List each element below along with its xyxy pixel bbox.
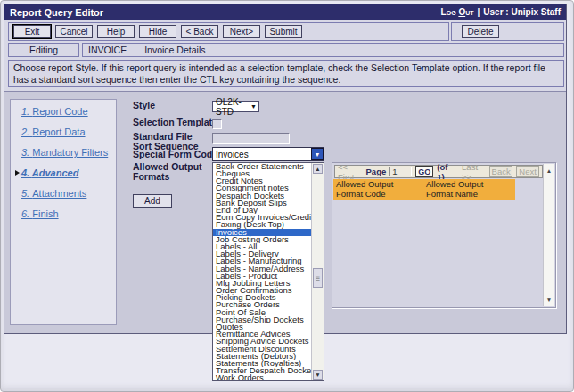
sidebar-link-report-data[interactable]: 2. Report Data [21, 127, 86, 137]
special-form-code-combobox[interactable]: Invoices ▼ [212, 147, 324, 161]
titlebar-separator: | [478, 7, 480, 17]
record-code: INVOICE [88, 45, 127, 55]
sidebar-link-report-code[interactable]: 1. Report Code [21, 106, 88, 117]
toolbar-button-exit[interactable]: Exit [13, 25, 51, 38]
option-end-of-day[interactable]: End of Day [213, 207, 311, 214]
option-statements-royalties[interactable]: Statements (Royalties) [213, 360, 311, 367]
titlebar: Report Query Editor Log Out | User : Uni… [4, 4, 566, 20]
sidebar-item-finish[interactable]: 6. Finish [12, 208, 116, 220]
sidebar-link-finish[interactable]: 6. Finish [21, 208, 59, 219]
option-labels-product[interactable]: Labels - Product [213, 273, 311, 280]
option-picking-dockets[interactable]: Picking Dockets [213, 294, 311, 301]
style-select[interactable]: OL2K-STD ▼ [212, 101, 259, 112]
toolbar-button-help[interactable]: Help [97, 25, 135, 38]
logout-link[interactable]: Log Out [441, 7, 474, 17]
page-title: Report Query Editor [10, 7, 103, 18]
option-remittance-advices[interactable]: Remittance Advices [213, 331, 311, 338]
step-number: 1. [21, 106, 32, 117]
option-purchase-orders[interactable]: Purchase Orders [213, 302, 311, 309]
selection-template-checkbox[interactable] [212, 119, 222, 129]
step-label: Attachments [32, 188, 86, 199]
option-labels-manufacturing[interactable]: Labels - Manufacturing [213, 257, 311, 265]
step-label: Report Data [32, 127, 85, 137]
chevron-down-icon: ▼ [250, 103, 257, 110]
sidebar-link-advanced[interactable]: 4. Advanced [21, 167, 78, 178]
logout-accesskey: O [458, 7, 465, 17]
scroll-down-icon[interactable]: ▼ [544, 295, 554, 305]
dropdown-scroll-up-icon[interactable]: ▲ [313, 164, 323, 174]
sort-sequence-input[interactable] [212, 133, 290, 144]
titlebar-right: Log Out | User : Unipix Staff [441, 7, 561, 17]
combobox-dropdown-button[interactable]: ▼ [311, 148, 324, 160]
special-form-code-options: Back Order StatementsChequesCredit Notes… [213, 163, 311, 380]
option-labels-name-address[interactable]: Labels - Name/Address [213, 265, 311, 273]
dropdown-scroll-down-icon[interactable]: ▼ [313, 370, 323, 380]
toolbar-button-hide[interactable]: Hide [139, 25, 176, 38]
grid-header-row: Allowed Output Format Code Allowed Outpu… [333, 179, 515, 200]
option-bank-deposit-slips[interactable]: Bank Deposit Slips [213, 200, 311, 207]
step-number: 3. [21, 147, 32, 158]
option-point-of-sale[interactable]: Point Of Sale [213, 309, 311, 316]
option-statements-debtors[interactable]: Statements (Debtors) [213, 353, 311, 360]
delete-button[interactable]: Delete [462, 25, 499, 38]
sidebar-link-attachments[interactable]: 5. Attachments [21, 188, 86, 199]
logout-text-suffix: ut [465, 7, 473, 17]
sidebar-link-mandatory-filters[interactable]: 3. Mandatory Filters [21, 147, 108, 158]
record-info: INVOICE Invoice Details [82, 43, 564, 57]
wizard-steps: 1. Report Code2. Report Data3. Mandatory… [10, 99, 117, 325]
option-shipping-advice-dockets[interactable]: Shipping Advice Dockets [213, 339, 311, 346]
option-transfer-despatch-dockets[interactable]: Transfer Despatch Dockets [213, 367, 311, 374]
toolbar-button-next[interactable]: Next> [223, 25, 260, 38]
grid-pagination: << First Page GO (of 1) Last >> Back Nex… [334, 165, 543, 178]
grid-scrollbar[interactable]: ▲ ▼ [543, 164, 554, 306]
option-despatch-dockets[interactable]: Despatch Dockets [213, 192, 311, 200]
go-button[interactable]: GO [415, 166, 433, 177]
toolbar-button-submit[interactable]: Submit [265, 25, 302, 38]
special-form-code-label: Special Form Code [133, 150, 217, 159]
sidebar-item-report-data[interactable]: 2. Report Data [12, 126, 116, 138]
step-label: Advanced [32, 167, 79, 178]
sidebar-item-advanced[interactable]: 4. Advanced [12, 167, 116, 179]
toolbar-button-back[interactable]: < Back [181, 25, 218, 38]
option-quotes[interactable]: Quotes [213, 323, 311, 331]
add-button[interactable]: Add [133, 194, 172, 208]
option-eom-copy-invoices-credits[interactable]: Eom Copy Invoices/Credits [213, 214, 311, 221]
current-step-arrow-icon [12, 170, 21, 176]
sidebar-item-mandatory-filters[interactable]: 3. Mandatory Filters [12, 146, 116, 159]
step-number: 6. [21, 208, 32, 219]
toolbar: ExitCancelHelpHide< BackNext>Submit [8, 22, 449, 41]
option-purchase-ship-dockets[interactable]: Purchase/Ship Dockets [213, 316, 311, 323]
option-mfg-jobbing-letters[interactable]: Mfg Jobbing Letters [213, 280, 311, 287]
option-work-orders[interactable]: Work Orders [213, 374, 311, 380]
option-back-order-statements[interactable]: Back Order Statements [213, 163, 311, 170]
option-labels-all[interactable]: Labels - All [213, 243, 311, 250]
step-number: 5. [21, 188, 32, 199]
option-invoices[interactable]: Invoices [213, 229, 311, 236]
option-credit-notes[interactable]: Credit Notes [213, 177, 311, 184]
toolbar-button-cancel[interactable]: Cancel [55, 25, 93, 38]
user-label: User : Unipix Staff [483, 7, 561, 17]
style-select-value: OL2K-STD [216, 97, 250, 117]
scroll-up-icon[interactable]: ▲ [544, 166, 554, 176]
option-consignment-notes[interactable]: Consignment notes [213, 185, 311, 192]
page-number-input[interactable] [390, 167, 412, 176]
option-order-confirmations[interactable]: Order Confirmations [213, 287, 311, 294]
page-label: Page [366, 167, 387, 176]
instruction-text: Choose report Style. If this report quer… [8, 60, 564, 87]
option-cheques[interactable]: Cheques [213, 170, 311, 177]
option-faxing-desk-top[interactable]: Faxing (Desk Top) [213, 222, 311, 229]
screenshot-frame: Report Query Editor Log Out | User : Uni… [0, 0, 574, 392]
sidebar-item-report-code[interactable]: 1. Report Code [12, 105, 116, 118]
toolbar-delete-section: Delete [451, 22, 564, 41]
option-settlement-discounts[interactable]: Settlement Discounts [213, 346, 311, 353]
dropdown-scrollbar[interactable]: ▲ ☰ ▼ [311, 163, 324, 380]
dropdown-scroll-thumb[interactable]: ☰ [313, 268, 323, 288]
option-labels-delivery[interactable]: Labels - Delivery [213, 250, 311, 257]
option-job-costing-orders[interactable]: Job Costing Orders [213, 236, 311, 243]
step-label: Finish [32, 208, 58, 219]
sidebar-item-attachments[interactable]: 5. Attachments [12, 187, 116, 200]
output-formats-grid: << First Page GO (of 1) Last >> Back Nex… [332, 162, 556, 308]
next-page-button[interactable]: Next [516, 166, 539, 177]
back-page-button[interactable]: Back [489, 166, 512, 177]
special-form-code-dropdown: Back Order StatementsChequesCredit Notes… [212, 162, 324, 381]
